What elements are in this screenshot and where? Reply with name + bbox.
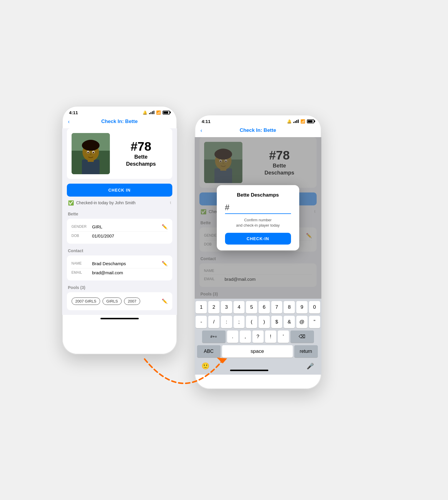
bell-icon-right: 🔔 xyxy=(287,119,292,124)
pool-tag-1: GIRLS xyxy=(103,298,122,305)
email-label: EMAIL xyxy=(72,270,92,275)
checkin-notice-left: ✅ Checked-in today by John Smith t xyxy=(67,200,172,206)
status-bar-right: 4:11 🔔 📶 xyxy=(195,115,321,126)
signal-icon-right xyxy=(293,119,299,123)
gender-label: GENDER xyxy=(72,225,92,229)
kb-key-rparen[interactable]: ) xyxy=(259,316,270,328)
player-photo-left xyxy=(72,133,110,174)
player-name-left: BetteDeschamps xyxy=(115,154,168,167)
svg-marker-24 xyxy=(217,358,227,363)
kb-key-lparen[interactable]: ( xyxy=(246,316,257,328)
modal-checkin-button[interactable]: CHECK-IN xyxy=(225,233,291,245)
kb-key-1[interactable]: 1 xyxy=(196,301,207,313)
player-number-left: #78 xyxy=(115,139,168,154)
kb-key-dollar[interactable]: $ xyxy=(271,316,282,328)
player-info-left: #78 BetteDeschamps xyxy=(115,139,168,167)
edit-icon-pools[interactable]: ✏️ xyxy=(162,298,168,304)
svg-point-11 xyxy=(90,154,92,155)
svg-point-10 xyxy=(92,152,94,153)
status-bar-left: 4:11 🔔 📶 xyxy=(62,106,177,117)
dob-value: 01/01/2007 xyxy=(92,233,168,238)
signal-icon xyxy=(149,111,154,114)
kb-key-at[interactable]: @ xyxy=(296,316,308,328)
section-bette-left: Bette xyxy=(67,212,172,216)
kb-row-2: - / : ; ( ) $ & @ " xyxy=(196,316,320,328)
bell-icon: 🔔 xyxy=(143,110,147,115)
status-icons-right: 🔔 📶 xyxy=(287,119,314,124)
kb-mic-key[interactable]: 🎤 xyxy=(303,360,318,372)
pool-tags: 2007 GIRLS GIRLS 2007 xyxy=(72,298,140,305)
kb-key-7[interactable]: 7 xyxy=(271,301,282,313)
name-label: NAME xyxy=(72,261,92,265)
kb-key-slash[interactable]: / xyxy=(208,316,219,328)
pools-row: 2007 GIRLS GIRLS 2007 ✏️ xyxy=(72,296,168,307)
nav-bar-right: ‹ Check In: Bette xyxy=(195,126,321,137)
kb-key-apos[interactable]: ' xyxy=(278,330,289,343)
contact-info-card: NAME Brad Deschamps ✏️ EMAIL brad@mail.c… xyxy=(67,255,172,280)
kb-key-3[interactable]: 3 xyxy=(221,301,232,313)
check-circle-icon: ✅ xyxy=(68,200,74,206)
edit-icon-gender[interactable]: ✏️ xyxy=(162,224,168,230)
kb-key-hashplus[interactable]: #+= xyxy=(202,330,226,343)
pools-section-left: Pools (3) xyxy=(67,285,172,290)
back-button-right[interactable]: ‹ xyxy=(201,127,202,134)
nav-title-left: Check In: Bette xyxy=(101,119,138,124)
hash-symbol: # xyxy=(225,203,230,212)
kb-key-0[interactable]: 0 xyxy=(309,301,320,313)
dob-label: DOB xyxy=(72,234,92,238)
arrow-decoration xyxy=(127,353,239,400)
wifi-icon-right: 📶 xyxy=(300,119,305,124)
back-button-left[interactable]: ‹ xyxy=(68,119,70,125)
battery-icon xyxy=(163,111,170,114)
kb-row-1: 1 2 3 4 5 6 7 8 9 0 xyxy=(196,301,320,313)
kb-key-quote[interactable]: " xyxy=(309,316,320,328)
kb-key-colon[interactable]: : xyxy=(221,316,232,328)
time-right: 4:11 xyxy=(202,119,211,124)
bette-info-card: GENDER GIRL ✏️ DOB 01/01/2007 xyxy=(67,219,172,244)
email-value: brad@mail.com xyxy=(92,270,168,275)
gender-row: GENDER GIRL ✏️ xyxy=(72,222,168,232)
modal-hint: Confirm number and check-in player today xyxy=(225,217,291,228)
email-row: EMAIL brad@mail.com xyxy=(72,268,168,277)
time-left: 4:11 xyxy=(69,110,78,115)
kb-key-9[interactable]: 9 xyxy=(296,301,308,313)
pools-card: 2007 GIRLS GIRLS 2007 ✏️ xyxy=(67,292,172,310)
phone-right: 4:11 🔔 📶 ‹ Check In: Bette xyxy=(195,115,321,389)
name-value: Brad Deschamps xyxy=(92,261,162,266)
modal-hash-input[interactable]: # xyxy=(225,203,291,214)
svg-point-6 xyxy=(83,140,98,149)
status-icons-left: 🔔 📶 xyxy=(143,110,170,115)
kb-key-semi[interactable]: ; xyxy=(234,316,245,328)
content-right: #78 BetteDeschamps CHECK IN ✅ Checke t B… xyxy=(195,137,321,299)
modal-overlay: Bette Deschamps # Confirm number and che… xyxy=(195,137,321,299)
kb-key-question[interactable]: ? xyxy=(252,330,264,343)
kb-key-period[interactable]: . xyxy=(227,330,238,343)
nav-title-right: Check In: Bette xyxy=(240,127,276,133)
name-row: NAME Brad Deschamps ✏️ xyxy=(72,259,168,268)
kb-key-4[interactable]: 4 xyxy=(234,301,245,313)
kb-key-return[interactable]: return xyxy=(294,345,318,358)
checkin-button-left[interactable]: CHECK IN xyxy=(67,184,172,197)
modal-title: Bette Deschamps xyxy=(225,192,291,198)
nav-bar-left: ‹ Check In: Bette xyxy=(62,117,177,128)
gender-value: GIRL xyxy=(92,224,162,229)
kb-key-5[interactable]: 5 xyxy=(246,301,257,313)
kb-key-6[interactable]: 6 xyxy=(259,301,270,313)
wifi-icon: 📶 xyxy=(156,110,161,115)
edit-icon-contact[interactable]: ✏️ xyxy=(162,261,168,266)
svg-point-9 xyxy=(87,152,89,153)
phone-left: 4:11 🔔 📶 ‹ Check In: Bette xyxy=(62,106,177,354)
kb-key-exclaim[interactable]: ! xyxy=(265,330,276,343)
content-left: #78 BetteDeschamps CHECK IN ✅ Checked-in… xyxy=(62,128,177,315)
kb-key-dash[interactable]: - xyxy=(196,316,207,328)
player-card-left: #78 BetteDeschamps xyxy=(67,128,172,179)
kb-key-comma[interactable]: , xyxy=(240,330,251,343)
modal-box: Bette Deschamps # Confirm number and che… xyxy=(217,185,299,250)
home-indicator-left xyxy=(100,318,139,319)
kb-key-2[interactable]: 2 xyxy=(208,301,219,313)
pool-tag-2: 2007 xyxy=(124,298,140,305)
kb-key-8[interactable]: 8 xyxy=(284,301,295,313)
kb-key-delete[interactable]: ⌫ xyxy=(290,330,314,343)
dob-row: DOB 01/01/2007 xyxy=(72,232,168,240)
kb-key-amp[interactable]: & xyxy=(284,316,295,328)
